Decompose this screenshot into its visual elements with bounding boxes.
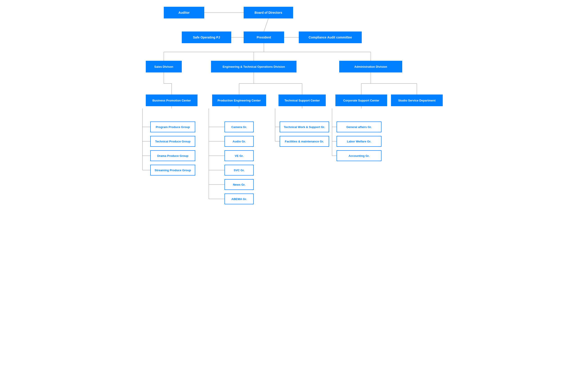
facilities-box: Facilities & maintenance Gr.	[280, 136, 329, 147]
technical-pg-box: Technical Produce Group	[150, 136, 195, 147]
admin-box: Administration Division	[339, 61, 402, 72]
org-chart: Auditor Board of Directors Safe Operatin…	[4, 4, 562, 225]
auditor-box: Auditor	[164, 7, 204, 18]
program-box: Program Produce Group	[150, 122, 195, 132]
safe-op-box: Safe Operating PJ	[182, 31, 231, 43]
svc-box: SVC Gr.	[224, 165, 254, 176]
drama-box: Drama Produce Group	[150, 150, 195, 161]
biz-promo-box: Business Promotion Center	[146, 95, 197, 106]
compliance-box: Compliance Audit committee	[299, 31, 362, 43]
accounting-box: Accounting Gr.	[337, 150, 382, 161]
sales-box: Sales Divison	[146, 61, 182, 72]
board-box: Board of Directors	[244, 7, 293, 18]
tech-work-box: Technical Work & Support Gr.	[280, 122, 329, 132]
audio-box: Audio Gr.	[224, 136, 254, 147]
news-box: News Gr.	[224, 179, 254, 190]
ve-box: VE Gr.	[224, 150, 254, 161]
president-box: President	[244, 31, 284, 43]
studio-box: Studio Service Department	[391, 95, 443, 106]
tech-support-box: Technical Support Center	[278, 95, 326, 106]
abema-box: ABEMA Gr.	[224, 194, 254, 204]
labor-box: Labor Welfare Gr.	[337, 136, 382, 147]
corp-support-box: Corporate Support Center	[335, 95, 387, 106]
eng-tech-box: Engineering & Technical Operations Divis…	[211, 61, 296, 72]
prod-eng-box: Production Engineering Center	[212, 95, 266, 106]
camera-box: Camera Gr.	[224, 122, 254, 132]
streaming-box: Streaming Produce Group	[150, 165, 195, 176]
general-box: General affairs Gr.	[337, 122, 382, 132]
